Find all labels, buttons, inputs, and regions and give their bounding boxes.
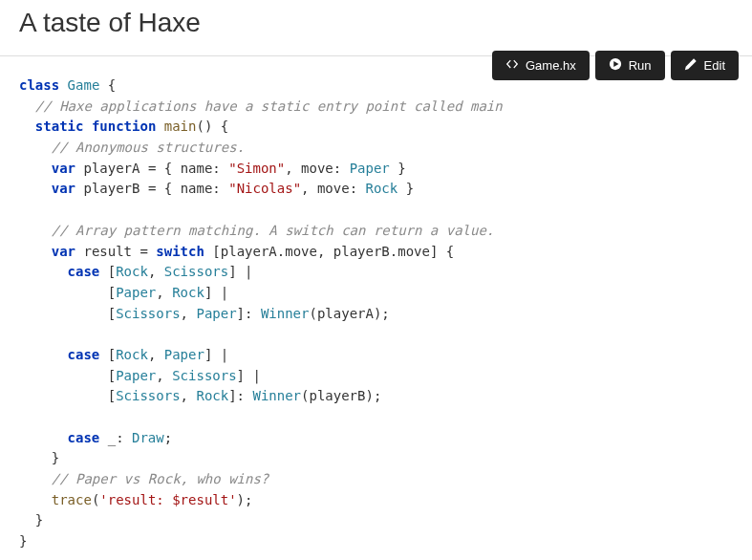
code-icon [505,57,519,74]
edit-button[interactable]: Edit [671,51,739,80]
pencil-icon [684,57,698,74]
filename-label: Game.hx [526,58,576,73]
run-button[interactable]: Run [595,51,665,80]
run-label: Run [629,58,652,73]
filename-button[interactable]: Game.hx [492,51,590,80]
code-snippet: class Game { // Haxe applications have a… [0,56,752,560]
code-block: Game.hx Run Edit class Game { // Haxe ap… [0,55,752,560]
play-icon [609,57,622,74]
edit-label: Edit [704,58,725,73]
code-toolbar: Game.hx Run Edit [492,51,739,80]
page-title: A taste of Haxe [19,8,752,38]
